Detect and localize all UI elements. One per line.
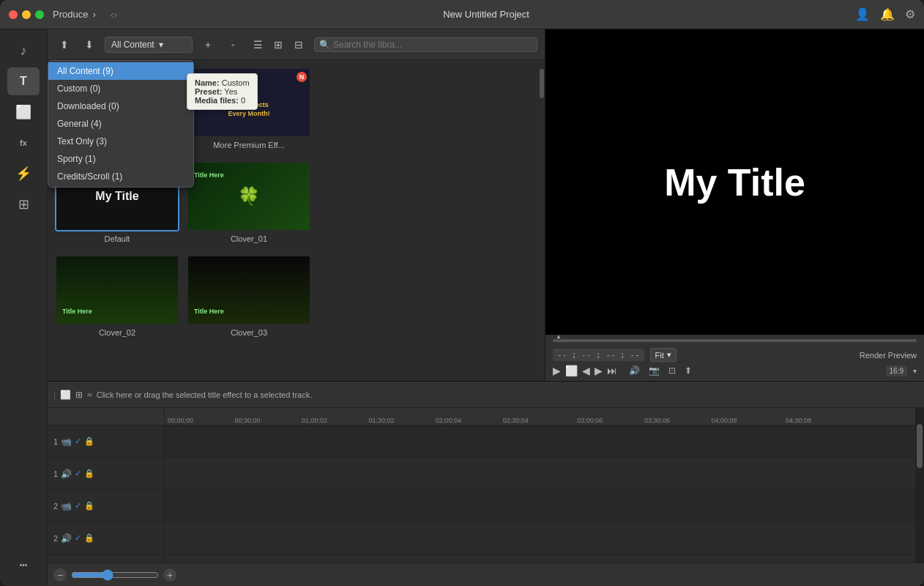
library-toolbar: ⬆ ⬇ All Content ▾ + - ☰ ⊞ ⊟ xyxy=(48,29,545,60)
timeline-hint: Click here or drag the selected title ef… xyxy=(97,390,918,399)
settings-icon[interactable]: ⚙ xyxy=(905,7,915,21)
thumb-clover-01: 🍀 Title Here xyxy=(187,161,311,231)
sidebar-item-media[interactable]: ♪ xyxy=(7,37,40,64)
track-2-video-number: 2 xyxy=(53,502,58,511)
track-label-1-video: 1 📹 ✓ 🔒 xyxy=(48,426,164,458)
breadcrumb-label: Produce xyxy=(53,9,88,20)
clover-01-title-text: Title Here xyxy=(194,171,224,179)
category-sporty[interactable]: Sporty (1) xyxy=(48,150,193,168)
sidebar-item-crop[interactable]: ⊞ xyxy=(7,190,40,218)
preview-panel: My Title -- ; -- ; -- ; -- Fit ▾ Render … xyxy=(545,29,924,381)
track-2-video-checkbox[interactable]: ✓ xyxy=(75,501,81,511)
library-content: All Content (9) Custom (0) Downloaded (0… xyxy=(48,60,545,381)
fit-dropdown[interactable]: Fit ▾ xyxy=(650,348,677,362)
search-input[interactable] xyxy=(333,40,532,50)
track-1-video-lock[interactable]: 🔒 xyxy=(84,437,94,446)
sidebar-item-titles[interactable]: T xyxy=(7,67,40,95)
premium-badge-n: N xyxy=(297,72,307,82)
transitions-icon: ⬜ xyxy=(15,104,31,120)
volume-icon[interactable]: 🔊 xyxy=(629,366,640,376)
close-button[interactable] xyxy=(9,10,18,19)
share-button[interactable]: ⬇ xyxy=(80,35,99,54)
import-button[interactable]: ⬆ xyxy=(55,35,74,54)
list-view-button[interactable]: ☰ xyxy=(248,35,267,54)
effects-fx-icon: fx xyxy=(20,138,27,147)
progress-bar[interactable] xyxy=(553,339,917,342)
fit-dropdown-arrow: ▾ xyxy=(667,350,671,360)
notifications-icon[interactable]: 🔔 xyxy=(880,7,895,21)
preview-screen: My Title xyxy=(545,29,924,335)
grid-item-premium-effects[interactable]: N ✨ NEW EffectsEvery Month! More Premium… xyxy=(187,67,311,149)
detail-view-button[interactable]: ⊟ xyxy=(289,35,308,54)
track-1-audio-lock[interactable]: 🔒 xyxy=(84,469,94,478)
render-preview-button[interactable]: Render Preview xyxy=(860,351,917,360)
sidebar-item-generators[interactable]: ⚡ xyxy=(7,160,40,188)
track-2-audio-number: 2 xyxy=(53,534,58,543)
zoom-in-button[interactable]: + xyxy=(163,568,176,582)
timeline-icon-1[interactable]: ⬜ xyxy=(60,390,71,400)
fullscreen-icon[interactable]: ⊡ xyxy=(668,366,676,376)
prev-frame-button[interactable]: ◀ xyxy=(582,365,590,377)
category-text-only[interactable]: Text Only (3) xyxy=(48,133,193,150)
sidebar-item-transitions[interactable]: ⬜ xyxy=(7,98,40,126)
playback-row: ▶ ⬜ ◀ ▶ ⏭ 🔊 📷 ⊡ ⬆ 16:9 ▾ xyxy=(553,365,917,377)
minimize-button[interactable] xyxy=(22,10,31,19)
content-filter-dropdown[interactable]: All Content ▾ xyxy=(105,37,193,53)
grid-item-clover-01[interactable]: 🍀 Title Here Clover_01 xyxy=(187,161,311,243)
share-icon[interactable]: ⬆ xyxy=(685,366,692,376)
titles-text-icon: T xyxy=(20,75,27,88)
grid-item-clover-03[interactable]: Title Here Clover_03 xyxy=(187,255,311,337)
track-1-video-icon: 📹 xyxy=(61,437,72,447)
track-1-audio-checkbox[interactable]: ✓ xyxy=(75,469,81,478)
category-credits-scroll[interactable]: Credits/Scroll (1) xyxy=(48,168,193,185)
timeline-divider: | xyxy=(53,390,56,400)
grid-item-label-clover-01: Clover_01 xyxy=(231,234,267,243)
sidebar-item-effects[interactable]: fx xyxy=(7,129,40,157)
grid-item-label-premium: More Premium Eff... xyxy=(213,141,285,149)
fast-forward-button[interactable]: ⏭ xyxy=(607,365,617,377)
timeline-icon-3[interactable]: ≈ xyxy=(87,390,92,400)
ruler-mark-3: 01;30;02 xyxy=(369,417,395,424)
stop-button[interactable]: ⬜ xyxy=(565,365,578,377)
music-note-icon: ♪ xyxy=(21,43,27,59)
play-button[interactable]: ▶ xyxy=(553,365,561,377)
category-all-content[interactable]: All Content (9) xyxy=(48,62,193,80)
playback-buttons: ▶ ⬜ ◀ ▶ ⏭ xyxy=(553,365,617,377)
library-scrollbar[interactable] xyxy=(539,60,545,381)
track-2-audio-lock[interactable]: 🔒 xyxy=(84,533,94,543)
track-1-video-checkbox[interactable]: ✓ xyxy=(75,437,81,446)
grid-view-button[interactable]: ⊞ xyxy=(269,35,288,54)
crop-icon: ⊞ xyxy=(18,196,29,212)
sidebar-item-more[interactable]: ••• xyxy=(7,551,40,579)
thumb-clover-02: Title Here xyxy=(55,255,179,325)
category-general[interactable]: General (4) xyxy=(48,115,193,133)
snapshot-icon[interactable]: 📷 xyxy=(649,366,660,376)
track-1-audio-icon: 🔊 xyxy=(61,469,72,479)
preview-title-text: My Title xyxy=(664,160,805,204)
grid-item-label-clover-02: Clover_02 xyxy=(99,328,135,337)
next-frame-button[interactable]: ▶ xyxy=(595,365,603,377)
ruler-mark-7: 03;30;06 xyxy=(644,417,670,424)
category-downloaded[interactable]: Downloaded (0) xyxy=(48,97,193,115)
add-button[interactable]: + xyxy=(198,35,217,54)
account-icon[interactable]: 👤 xyxy=(855,7,870,21)
zoom-slider[interactable] xyxy=(71,569,159,581)
category-custom[interactable]: Custom (0) xyxy=(48,80,193,97)
controls-row: -- ; -- ; -- ; -- Fit ▾ Render Preview xyxy=(553,348,917,362)
grid-item-clover-02[interactable]: Title Here Clover_02 xyxy=(55,255,179,337)
timeline-vertical-scrollbar[interactable] xyxy=(915,408,924,563)
timeline-icon-2[interactable]: ⊞ xyxy=(75,390,83,400)
track-2-video-lock[interactable]: 🔒 xyxy=(84,501,94,511)
track-2-audio-checkbox[interactable]: ✓ xyxy=(75,533,81,543)
zoom-out-button[interactable]: − xyxy=(53,568,67,582)
view-toggle: ☰ ⊞ ⊟ xyxy=(248,35,308,54)
aspect-ratio-label[interactable]: 16:9 xyxy=(886,366,907,377)
ruler-mark-5: 02;30;04 xyxy=(503,417,529,424)
top-row: ⬆ ⬇ All Content ▾ + - ☰ ⊞ ⊟ xyxy=(48,29,924,381)
category-dropdown-menu: All Content (9) Custom (0) Downloaded (0… xyxy=(48,60,194,188)
maximize-button[interactable] xyxy=(35,10,44,19)
remove-button[interactable]: - xyxy=(223,35,242,54)
ruler-spacer xyxy=(48,408,164,426)
premium-icon: ✨ xyxy=(243,86,256,98)
app-window: Produce › ‹ › New Untitled Project 👤 🔔 ⚙… xyxy=(0,0,924,586)
